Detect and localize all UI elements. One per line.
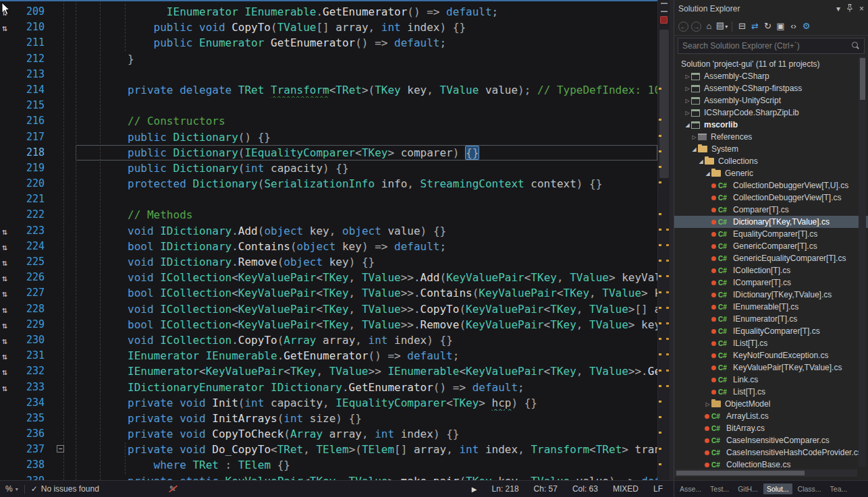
code-line[interactable]: 217public Dictionary() {} — [0, 129, 657, 145]
glyph-margin[interactable] — [0, 192, 18, 207]
code-line[interactable]: 219public Dictionary(int capacity) {} — [0, 160, 657, 176]
code-line[interactable]: ⇅232IEnumerator<KeyValuePair<TKey, TValu… — [0, 363, 657, 379]
code-text[interactable]: private void Do_CopyTo<TRet, TElem>(TEle… — [76, 442, 657, 457]
scrollbar-thumb[interactable] — [676, 471, 805, 475]
tree-expand-arrow-icon[interactable]: ▷ — [684, 86, 691, 92]
forward-icon[interactable]: → — [691, 22, 701, 32]
glyph-margin[interactable] — [0, 67, 18, 82]
override-indicator-icon[interactable]: ⇅ — [2, 258, 7, 268]
fold-margin[interactable] — [49, 160, 76, 176]
search-icon[interactable] — [852, 42, 860, 50]
code-editor[interactable]: ⇅209IEnumerator IEnumerable.GetEnumerato… — [0, 0, 657, 480]
sync-with-active-document-icon[interactable]: ⇄ — [749, 20, 761, 32]
tree-item[interactable]: C#IEnumerator[T].cs — [674, 313, 868, 325]
fold-margin[interactable] — [49, 223, 76, 239]
override-indicator-icon[interactable]: ⇅ — [2, 383, 7, 393]
code-line[interactable]: ⇅225void IDictionary.Remove(object key) … — [0, 254, 657, 270]
glyph-margin[interactable]: ⇅ — [0, 239, 18, 254]
code-text[interactable]: public Dictionary(int capacity) {} — [76, 160, 657, 176]
code-text[interactable]: bool ICollection<KeyValuePair<TKey, TVal… — [76, 317, 657, 332]
tree-item[interactable]: C#CaseInsensitiveHashCodeProvider.cs — [674, 446, 868, 459]
tree-expand-arrow-icon[interactable]: ▷ — [684, 74, 691, 80]
glyph-margin[interactable] — [0, 51, 18, 67]
fold-margin[interactable] — [49, 348, 76, 363]
code-text[interactable]: void ICollection<KeyValuePair<TKey, TVal… — [76, 301, 657, 317]
code-line[interactable]: 216// Constructors — [0, 113, 657, 129]
glyph-margin[interactable]: ⇅ — [0, 20, 18, 35]
tree-expand-arrow-icon[interactable]: ▷ — [684, 98, 691, 104]
tree-item[interactable]: C#GenericEqualityComparer[T].cs — [674, 252, 868, 264]
tree-item[interactable]: ▷ObjectModel — [674, 398, 868, 410]
window-position-icon[interactable]: ▾ — [836, 5, 840, 13]
view-switcher-icon[interactable]: ▤▾ — [715, 20, 728, 33]
override-indicator-icon[interactable]: ⇅ — [2, 320, 7, 330]
fold-margin[interactable] — [49, 82, 76, 98]
code-line[interactable]: 214private delegate TRet Transform<TRet>… — [0, 82, 657, 98]
search-box[interactable] — [678, 38, 865, 54]
code-line[interactable]: ⇅231IEnumerator IEnumerable.GetEnumerato… — [0, 348, 657, 363]
tree-item[interactable]: ◢Generic — [674, 167, 868, 179]
tool-window-tab[interactable]: Asse... — [676, 484, 705, 494]
fold-margin[interactable] — [49, 332, 76, 348]
glyph-margin[interactable] — [0, 473, 18, 480]
tree-item[interactable]: C#IList[T].cs — [674, 337, 868, 349]
fold-margin[interactable] — [49, 411, 76, 426]
fold-margin[interactable] — [49, 20, 76, 35]
code-line[interactable]: 239private static KeyValuePair<TKey, TVa… — [0, 473, 657, 480]
tree-item[interactable]: ▷References — [674, 131, 868, 143]
tree-item[interactable]: ◢mscorlib — [674, 119, 868, 131]
code-line[interactable]: 237−private void Do_CopyTo<TRet, TElem>(… — [0, 442, 657, 457]
code-line[interactable]: 215 — [0, 98, 657, 113]
fold-margin[interactable] — [49, 67, 76, 82]
fold-margin[interactable] — [49, 380, 76, 395]
code-line[interactable]: 220protected Dictionary(SerializationInf… — [0, 176, 657, 192]
tool-window-tab[interactable]: Tea... — [827, 484, 851, 494]
tree-item[interactable]: C#ICollection[T].cs — [674, 264, 868, 276]
tree-item[interactable]: C#CollectionBase.cs — [674, 459, 868, 469]
column-indicator[interactable]: Col: 63 — [572, 484, 598, 494]
fold-margin[interactable] — [49, 457, 76, 473]
tree-item[interactable]: C#KeyNotFoundException.cs — [674, 349, 868, 361]
fold-margin[interactable] — [49, 207, 76, 223]
tree-expand-arrow-icon[interactable]: ▷ — [684, 110, 691, 116]
code-text[interactable]: public Enumerator GetEnumerator() => def… — [76, 35, 657, 51]
eol-indicator[interactable]: LF — [653, 484, 663, 494]
tree-collapse-arrow-icon[interactable]: ◢ — [684, 122, 691, 128]
editor-vertical-scrollbar[interactable] — [657, 0, 670, 480]
fold-collapse-icon[interactable]: − — [57, 445, 64, 452]
glyph-margin[interactable]: ⇅ — [0, 270, 18, 285]
home-icon[interactable]: ⌂ — [703, 20, 715, 32]
code-line[interactable]: 234private void Init(int capacity, IEqua… — [0, 395, 657, 411]
code-line[interactable]: 236private void CopyToCheck(Array array,… — [0, 426, 657, 442]
tree-item[interactable]: ▷Assembly-CSharp-firstpass — [674, 82, 868, 94]
glyph-margin[interactable] — [0, 442, 18, 457]
glyph-margin[interactable]: ⇅ — [0, 363, 18, 379]
override-indicator-icon[interactable]: ⇅ — [2, 273, 7, 283]
pin-icon[interactable] — [846, 4, 853, 13]
code-line[interactable]: ⇅224bool IDictionary.Contains(object key… — [0, 239, 657, 254]
glyph-margin[interactable] — [0, 457, 18, 473]
glyph-margin[interactable] — [0, 207, 18, 223]
code-line[interactable]: ⇅230void ICollection.CopyTo(Array array,… — [0, 332, 657, 348]
glyph-margin[interactable] — [0, 129, 18, 145]
tool-window-tab[interactable]: GitH... — [734, 484, 761, 494]
tree-collapse-arrow-icon[interactable]: ◢ — [704, 171, 711, 177]
fold-margin[interactable] — [49, 239, 76, 254]
encoding-indicator[interactable]: MIXED — [613, 484, 639, 494]
code-text[interactable]: private static KeyValuePair<TKey, TValue… — [76, 473, 657, 480]
glyph-margin[interactable] — [0, 411, 18, 426]
code-text[interactable]: IDictionaryEnumerator IDictionary.GetEnu… — [76, 380, 657, 395]
fold-margin[interactable] — [49, 4, 76, 20]
code-text[interactable]: public Dictionary() {} — [76, 129, 657, 145]
code-text[interactable]: private void InitArrays(int size) {} — [76, 411, 657, 426]
glyph-margin[interactable]: ⇅ — [0, 380, 18, 395]
code-text[interactable]: // Constructors — [76, 113, 657, 129]
code-line[interactable]: 213 — [0, 67, 657, 82]
fold-margin[interactable] — [49, 192, 76, 207]
glyph-margin[interactable]: ⇅ — [0, 332, 18, 348]
fold-margin[interactable] — [49, 363, 76, 379]
tree-item[interactable]: ▷Assembly-UnityScript — [674, 94, 868, 107]
code-text[interactable]: bool ICollection<KeyValuePair<TKey, TVal… — [76, 285, 657, 301]
code-text[interactable]: private delegate TRet Transform<TRet>(TK… — [76, 82, 657, 98]
code-line[interactable]: 238where TRet : TElem {} — [0, 457, 657, 473]
